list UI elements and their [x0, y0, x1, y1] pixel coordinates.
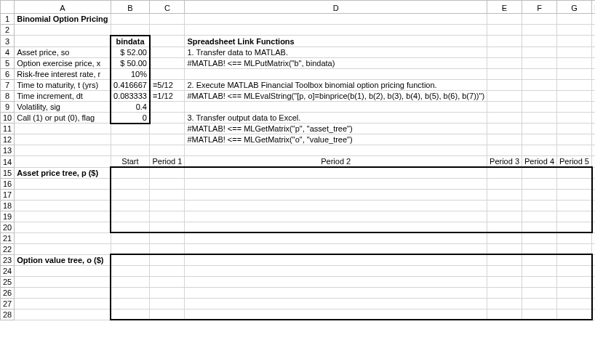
label-exercise[interactable]: Option exercise price, x — [15, 57, 111, 68]
rowhdr-1[interactable]: 1 — [1, 14, 15, 25]
rowhdr-6[interactable]: 6 — [1, 68, 15, 79]
bindata-header[interactable]: bindata — [111, 36, 150, 47]
label-value-tree[interactable]: Option value tree, o ($) — [15, 254, 111, 265]
rowhdr-15[interactable]: 15 — [1, 167, 15, 178]
note-1a[interactable]: #MATLAB! <== MLPutMatrix("b", bindata) — [185, 57, 487, 68]
label-rate[interactable]: Risk-free interest rate, r — [15, 68, 111, 79]
row-7[interactable]: 7 Time to maturity, t (yrs) 0.416667 =5/… — [1, 79, 596, 90]
val-vol[interactable]: 0.4 — [111, 101, 150, 112]
column-header-row[interactable]: A B C D E F G H I J K — [1, 1, 596, 14]
row-8[interactable]: 8 Time increment, dt 0.083333 =1/12 #MAT… — [1, 90, 596, 101]
col-H[interactable]: H — [592, 1, 596, 14]
row-28[interactable]: 28 — [1, 309, 596, 320]
spreadsheet-grid[interactable]: A B C D E F G H I J K 1 Binomial Option … — [0, 0, 595, 320]
val-flag[interactable]: 0 — [111, 112, 150, 124]
note-3[interactable]: 3. Transfer output data to Excel. — [185, 112, 487, 124]
row-14[interactable]: 14 Start Period 1 Period 2 Period 3 Peri… — [1, 156, 596, 168]
col-A[interactable]: A — [15, 1, 111, 14]
col-B[interactable]: B — [111, 1, 150, 14]
rowhdr-2[interactable]: 2 — [1, 25, 15, 36]
row-18[interactable]: 18 — [1, 200, 596, 211]
label-asset-tree[interactable]: Asset price tree, p ($) — [15, 167, 111, 178]
val-dt[interactable]: 0.083333 — [111, 90, 150, 101]
row-23[interactable]: 23 Option value tree, o ($) — [1, 254, 596, 265]
label-dt[interactable]: Time increment, dt — [15, 90, 111, 101]
row-6[interactable]: 6 Risk-free interest rate, r 10% — [1, 68, 596, 79]
note-1[interactable]: 1. Transfer data to MATLAB. — [185, 46, 487, 57]
row-3[interactable]: 3 bindata Spreadsheet Link Functions — [1, 36, 596, 47]
period-2[interactable]: Period 2 — [185, 156, 487, 168]
functions-header[interactable]: Spreadsheet Link Functions — [185, 36, 487, 47]
col-D[interactable]: D — [185, 1, 487, 14]
val-asset-price[interactable]: $ 52.00 — [111, 46, 150, 57]
row-22[interactable]: 22 — [1, 243, 596, 254]
row-26[interactable]: 26 — [1, 287, 596, 298]
row-19[interactable]: 19 — [1, 211, 596, 222]
rowhdr-12[interactable]: 12 — [1, 134, 15, 145]
row-24[interactable]: 24 — [1, 265, 596, 276]
col-E[interactable]: E — [487, 1, 522, 14]
row-10[interactable]: 10 Call (1) or put (0), flag 0 3. Transf… — [1, 112, 596, 124]
note-3b[interactable]: #MATLAB! <== MLGetMatrix("o", "value_tre… — [185, 134, 487, 145]
label-flag[interactable]: Call (1) or put (0), flag — [15, 112, 111, 124]
label-vol[interactable]: Volatility, sig — [15, 101, 111, 112]
row-13[interactable]: 13 — [1, 145, 596, 156]
row-17[interactable]: 17 — [1, 189, 596, 200]
formula-maturity[interactable]: =5/12 — [150, 79, 185, 90]
note-2a[interactable]: #MATLAB! <== MLEvalString("[p, o]=binpri… — [185, 90, 487, 101]
rowhdr-4[interactable]: 4 — [1, 46, 15, 57]
rowhdr-8[interactable]: 8 — [1, 90, 15, 101]
period-1[interactable]: Period 1 — [150, 156, 185, 168]
row-16[interactable]: 16 — [1, 178, 596, 189]
rowhdr-3[interactable]: 3 — [1, 36, 15, 47]
rowhdr-14[interactable]: 14 — [1, 156, 15, 168]
val-maturity[interactable]: 0.416667 — [111, 79, 150, 90]
rowhdr-10[interactable]: 10 — [1, 112, 15, 124]
row-9[interactable]: 9 Volatility, sig 0.4 — [1, 101, 596, 112]
row-11[interactable]: 11 #MATLAB! <== MLGetMatrix("p", "asset_… — [1, 124, 596, 134]
period-start[interactable]: Start — [111, 156, 150, 168]
row-4[interactable]: 4 Asset price, so $ 52.00 1. Transfer da… — [1, 46, 596, 57]
label-maturity[interactable]: Time to maturity, t (yrs) — [15, 79, 111, 90]
rowhdr-11[interactable]: 11 — [1, 124, 15, 134]
rowhdr-5[interactable]: 5 — [1, 57, 15, 68]
row-12[interactable]: 12 #MATLAB! <== MLGetMatrix("o", "value_… — [1, 134, 596, 145]
label-asset-price[interactable]: Asset price, so — [15, 46, 111, 57]
rowhdr-9[interactable]: 9 — [1, 101, 15, 112]
note-2[interactable]: 2. Execute MATLAB Financial Toolbox bino… — [185, 79, 487, 90]
val-exercise[interactable]: $ 50.00 — [111, 57, 150, 68]
row-20[interactable]: 20 — [1, 222, 596, 232]
rowhdr-7[interactable]: 7 — [1, 79, 15, 90]
row-21[interactable]: 21 — [1, 232, 596, 243]
col-C[interactable]: C — [150, 1, 185, 14]
rowhdr-13[interactable]: 13 — [1, 145, 15, 156]
note-3a[interactable]: #MATLAB! <== MLGetMatrix("p", "asset_tre… — [185, 124, 487, 134]
title-cell[interactable]: Binomial Option Pricing — [15, 14, 111, 25]
row-5[interactable]: 5 Option exercise price, x $ 50.00 #MATL… — [1, 57, 596, 68]
val-rate[interactable]: 10% — [111, 68, 150, 79]
col-G[interactable]: G — [557, 1, 592, 14]
col-F[interactable]: F — [522, 1, 557, 14]
period-4[interactable]: Period 4 — [522, 156, 557, 168]
row-15[interactable]: 15 Asset price tree, p ($) — [1, 167, 596, 178]
formula-dt[interactable]: =1/12 — [150, 90, 185, 101]
period-5[interactable]: Period 5 — [557, 156, 592, 168]
row-1[interactable]: 1 Binomial Option Pricing — [1, 14, 596, 25]
row-27[interactable]: 27 — [1, 298, 596, 309]
row-25[interactable]: 25 — [1, 276, 596, 287]
period-3[interactable]: Period 3 — [487, 156, 522, 168]
row-2[interactable]: 2 — [1, 25, 596, 36]
